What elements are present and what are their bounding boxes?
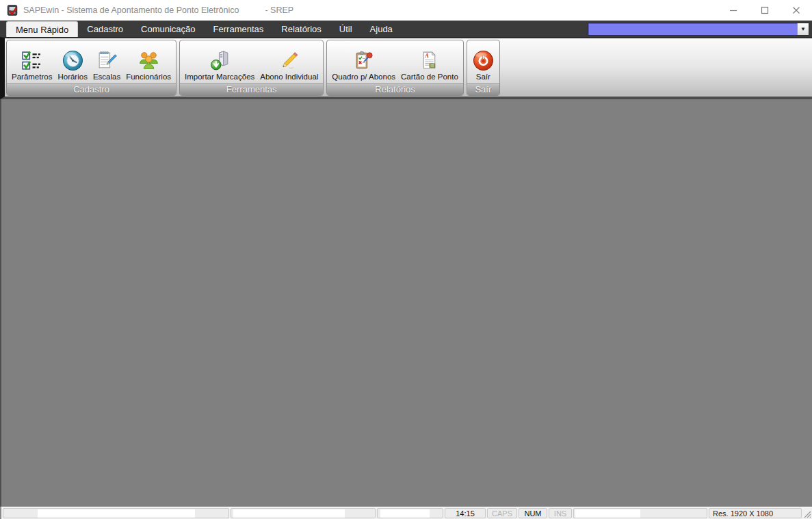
- status-panel-1: [3, 508, 229, 518]
- app-icon: [6, 4, 18, 16]
- parameters-checklist-icon: [21, 49, 43, 72]
- toolbar-button-label: Parâmetros: [12, 73, 52, 81]
- group-caption-relatorios: Relatórios: [327, 83, 462, 95]
- group-caption-ferramentas: Ferramentas: [180, 83, 323, 95]
- close-button[interactable]: [781, 0, 812, 21]
- funcionarios-button[interactable]: Funcionários: [124, 49, 173, 82]
- importar-marcacoes-button[interactable]: Importar Marcações: [183, 49, 257, 82]
- exit-power-icon: [472, 49, 495, 72]
- status-num-lock: NUM: [519, 508, 547, 518]
- people-group-icon: [137, 49, 160, 72]
- status-resolution: Res. 1920 X 1080: [709, 508, 802, 518]
- abono-individual-button[interactable]: Abono Individual: [258, 49, 320, 82]
- toolbar-button-label: Abono Individual: [260, 73, 318, 81]
- maximize-button[interactable]: [749, 0, 781, 21]
- menu-item-util[interactable]: Útil: [330, 21, 361, 37]
- menu-item-relatorios[interactable]: Relatórios: [272, 21, 330, 37]
- menu-item-cadastro[interactable]: Cadastro: [78, 21, 132, 37]
- status-panel-2: [231, 508, 376, 518]
- client-area: [0, 99, 812, 507]
- window-title-suffix: - SREP: [265, 5, 293, 15]
- combobox-dropdown-button[interactable]: ▼: [797, 23, 809, 35]
- menu-item-comunicacao[interactable]: Comunicação: [132, 21, 205, 37]
- status-field-8: [575, 509, 640, 518]
- sair-button[interactable]: Saír: [470, 49, 497, 82]
- status-panel-8: [573, 508, 707, 518]
- toolbar-button-label: Saír: [476, 73, 490, 81]
- chevron-down-icon: ▼: [800, 26, 806, 32]
- title-bar: SAPEwin - Sistema de Apontamento de Pont…: [0, 0, 812, 21]
- status-time: 14:15: [445, 508, 486, 518]
- minimize-button[interactable]: [718, 0, 749, 21]
- menu-bar: Menu Rápido Cadastro Comunicação Ferrame…: [0, 21, 812, 37]
- toolbar-button-label: Quadro p/ Abonos: [332, 73, 395, 81]
- status-field-3: [380, 509, 430, 518]
- cartao-de-ponto-button[interactable]: A Cartão de Ponto: [399, 49, 460, 82]
- clock-icon: [62, 49, 84, 72]
- toolbar-button-label: Escalas: [93, 73, 120, 81]
- toolbar-button-label: Horários: [57, 73, 87, 81]
- toolbar-button-label: Importar Marcações: [185, 73, 254, 81]
- toolbar-button-label: Funcionários: [126, 73, 171, 81]
- clipboard-pen-icon: [352, 49, 375, 72]
- status-field-1: [38, 509, 195, 518]
- horarios-button[interactable]: Horários: [55, 49, 89, 82]
- status-insert-mode: INS: [549, 508, 572, 518]
- menu-item-ajuda[interactable]: Ajuda: [361, 21, 402, 37]
- status-bar: 14:15 CAPS NUM INS Res. 1920 X 1080: [0, 507, 812, 519]
- escalas-button[interactable]: Escalas: [91, 49, 122, 82]
- parametros-button[interactable]: Parâmetros: [10, 49, 54, 82]
- import-download-icon: [209, 49, 231, 72]
- toolbar-group-sair: Saír Saír: [467, 40, 500, 96]
- status-caps-lock: CAPS: [487, 508, 517, 518]
- group-caption-sair: Saír: [467, 83, 499, 95]
- window-title: SAPEwin - Sistema de Apontamento de Pont…: [23, 5, 239, 15]
- quadro-abonos-button[interactable]: Quadro p/ Abonos: [330, 49, 397, 82]
- app-window: SAPEwin - Sistema de Apontamento de Pont…: [0, 0, 812, 519]
- status-panel-3: [377, 508, 443, 518]
- window-controls: [718, 0, 812, 21]
- toolbar-group-cadastro: Parâmetros: [6, 40, 176, 96]
- menu-item-ferramentas[interactable]: Ferramentas: [205, 21, 273, 37]
- svg-text:A: A: [425, 53, 430, 59]
- quick-select-combobox[interactable]: ▼: [588, 23, 809, 36]
- group-caption-cadastro: Cadastro: [7, 83, 176, 95]
- notepad-pencil-icon: [96, 49, 118, 72]
- document-report-icon: A: [418, 49, 441, 72]
- resize-grip[interactable]: [803, 507, 812, 519]
- toolbar-button-label: Cartão de Ponto: [401, 73, 458, 81]
- status-field-2: [233, 509, 345, 518]
- menu-tab-menu-rapido[interactable]: Menu Rápido: [6, 21, 78, 37]
- toolbar-group-ferramentas: Importar Marcações Abono Individua: [179, 40, 324, 96]
- pencil-icon: [278, 49, 300, 72]
- toolbar-ribbon: Parâmetros: [0, 37, 812, 99]
- toolbar-group-relatorios: Quadro p/ Abonos A: [326, 40, 463, 96]
